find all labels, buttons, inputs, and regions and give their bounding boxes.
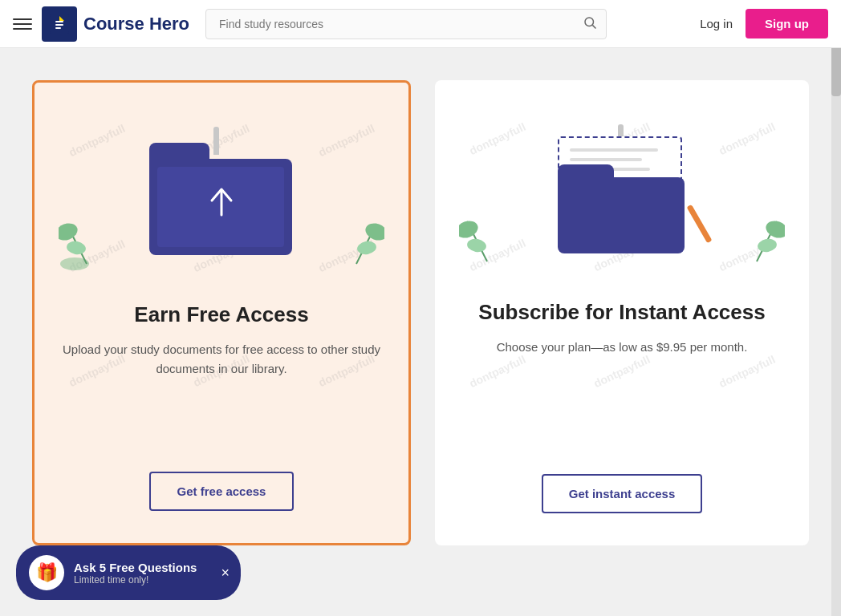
main-content: dontpayfull dontpayfull dontpayfull dont… xyxy=(0,48,841,616)
svg-point-12 xyxy=(356,240,377,256)
earn-free-title: Earn Free Access xyxy=(134,302,308,327)
toast-subtitle: Limited time only! xyxy=(74,574,197,586)
search-icon[interactable] xyxy=(583,15,597,33)
earn-free-desc: Upload your study documents for free acc… xyxy=(59,340,384,379)
subscribe-illustration xyxy=(459,104,785,281)
nav-actions: Log in Sign up xyxy=(700,9,828,38)
subscribe-desc: Choose your plan—as low as $9.95 per mon… xyxy=(497,338,748,357)
svg-point-13 xyxy=(459,218,481,241)
cards-container: dontpayfull dontpayfull dontpayfull dont… xyxy=(0,48,841,616)
svg-point-8 xyxy=(59,221,80,243)
svg-point-14 xyxy=(466,237,487,253)
logo-text: Course Hero xyxy=(83,14,189,34)
earn-free-card: dontpayfull dontpayfull dontpayfull dont… xyxy=(32,80,411,545)
login-button[interactable]: Log in xyxy=(700,17,733,30)
toast-content: Ask 5 Free Questions Limited time only! xyxy=(74,561,197,586)
earn-free-illustration xyxy=(59,107,384,283)
plant-right-icon xyxy=(328,208,384,283)
get-free-access-button[interactable]: Get free access xyxy=(149,472,294,511)
toast-close-button[interactable]: × xyxy=(221,565,230,582)
toast-notification: 🎁 Ask 5 Free Questions Limited time only… xyxy=(16,545,241,600)
menu-icon[interactable] xyxy=(13,14,32,34)
signup-button[interactable]: Sign up xyxy=(746,9,828,38)
subscribe-card: dontpayfull dontpayfull dontpayfull dont… xyxy=(435,80,809,545)
get-instant-access-button[interactable]: Get instant access xyxy=(542,474,703,513)
svg-rect-4 xyxy=(55,27,61,29)
scrollbar[interactable] xyxy=(831,0,841,616)
search-input[interactable] xyxy=(205,9,607,39)
gift-emoji: 🎁 xyxy=(36,562,58,583)
logo-icon xyxy=(42,6,77,42)
svg-point-11 xyxy=(363,221,384,243)
plant-left2-icon xyxy=(459,205,515,281)
plant-right2-icon xyxy=(729,205,785,281)
subscribe-title: Subscribe for Instant Access xyxy=(478,300,765,325)
svg-rect-2 xyxy=(55,21,63,22)
logo[interactable]: Course Hero xyxy=(42,6,189,42)
search-bar xyxy=(205,9,607,39)
plant-left-icon xyxy=(59,208,115,283)
toast-gift-icon: 🎁 xyxy=(29,555,64,590)
svg-point-16 xyxy=(757,237,778,253)
toast-title: Ask 5 Free Questions xyxy=(74,561,197,574)
svg-rect-3 xyxy=(55,24,63,26)
svg-point-15 xyxy=(763,218,785,241)
svg-line-6 xyxy=(592,25,595,28)
folder-upload-icon xyxy=(141,127,302,263)
subscribe-folder-icon xyxy=(534,124,710,261)
navbar: Course Hero Log in Sign up xyxy=(0,0,841,48)
svg-point-5 xyxy=(585,18,594,26)
svg-point-9 xyxy=(66,240,87,256)
